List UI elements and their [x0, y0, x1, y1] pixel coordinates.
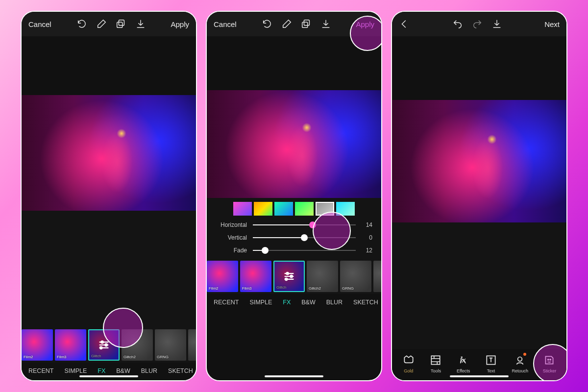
- download-icon[interactable]: [320, 19, 331, 29]
- filter-thumb-more[interactable]: [188, 329, 197, 361]
- filter-label: Film3: [242, 286, 252, 291]
- svg-rect-5: [304, 20, 309, 25]
- svg-rect-1: [117, 22, 122, 27]
- download-icon[interactable]: [491, 19, 502, 29]
- tool-label: Tools: [431, 368, 441, 373]
- phone-screen-2: Cancel Apply Horizontal 14 Vertical 0 Fa…: [206, 11, 382, 381]
- svg-rect-10: [432, 356, 440, 364]
- category-b&w[interactable]: B&W: [116, 368, 130, 374]
- category-fx[interactable]: FX: [283, 299, 291, 306]
- slider-horizontal[interactable]: Horizontal 14: [207, 219, 381, 231]
- phone-screen-3: Next GoldToolsfxEffectsTextRetouchSticke…: [391, 11, 567, 381]
- category-sketch[interactable]: SKETCH: [353, 299, 378, 306]
- redo-icon[interactable]: [472, 19, 483, 29]
- category-blur[interactable]: BLUR: [141, 368, 157, 374]
- tool-effects[interactable]: fxEffects: [457, 354, 470, 373]
- apply-button[interactable]: Apply: [171, 20, 189, 28]
- color-swatch-4[interactable]: [316, 202, 334, 216]
- filter-thumb-film3[interactable]: Film3: [240, 261, 271, 292]
- slider-vertical[interactable]: Vertical 0: [207, 231, 381, 244]
- layers-icon[interactable]: [116, 19, 126, 29]
- tool-label: Retouch: [512, 368, 529, 373]
- category-recent[interactable]: RECENT: [214, 299, 239, 306]
- slider-label: Vertical: [216, 234, 247, 241]
- category-row: RECENTSIMPLEFXB&WBLURSKETCHCO: [207, 294, 381, 312]
- cancel-button[interactable]: Cancel: [28, 20, 51, 28]
- next-button[interactable]: Next: [544, 20, 560, 28]
- eraser-icon[interactable]: [96, 19, 107, 29]
- gold-icon: [402, 354, 415, 367]
- filter-label: Glitch2: [309, 286, 321, 291]
- home-indicator: [265, 375, 323, 377]
- category-simple[interactable]: SIMPLE: [249, 299, 272, 306]
- svg-point-14: [548, 359, 549, 360]
- text-icon: [485, 354, 497, 367]
- category-b&w[interactable]: B&W: [301, 299, 315, 306]
- sticker-icon: [543, 354, 556, 367]
- color-swatch-0[interactable]: [233, 202, 252, 216]
- slider-track[interactable]: [253, 224, 356, 225]
- apply-button[interactable]: Apply: [356, 20, 374, 28]
- adjust-sliders-icon: [89, 330, 119, 360]
- category-blur[interactable]: BLUR: [326, 299, 343, 306]
- filter-thumb-grng[interactable]: GRNG: [340, 261, 371, 292]
- filter-strip: Film2Film3GlitchGlitch2GRNG: [22, 329, 196, 363]
- filter-thumb-grng[interactable]: GRNG: [155, 329, 186, 361]
- filter-thumb-film3[interactable]: Film3: [55, 329, 86, 361]
- slider-track[interactable]: [253, 250, 356, 251]
- category-row: RECENTSIMPLEFXB&WBLURSKETCHCO: [22, 363, 196, 380]
- tool-retouch[interactable]: Retouch: [512, 354, 529, 373]
- slider-label: Horizontal: [216, 221, 247, 228]
- color-swatch-5[interactable]: [336, 202, 355, 216]
- layers-icon[interactable]: [301, 19, 312, 29]
- slider-fade[interactable]: Fade 12: [207, 244, 381, 261]
- slider-value: 0: [362, 234, 372, 241]
- canvas-spacer: [392, 222, 566, 349]
- undo-icon[interactable]: [452, 19, 463, 29]
- tool-label: Effects: [457, 368, 470, 373]
- filter-thumb-film2[interactable]: Film2: [22, 329, 53, 361]
- tool-label: Gold: [404, 368, 413, 373]
- canvas-image[interactable]: [22, 95, 196, 211]
- filter-strip: Film2Film3GlitchGlitch2GRNG: [207, 261, 381, 294]
- filter-thumb-glitch2[interactable]: Glitch2: [122, 329, 153, 361]
- tools-icon: [429, 354, 442, 367]
- canvas-image[interactable]: [207, 90, 381, 198]
- category-recent[interactable]: RECENT: [28, 368, 53, 374]
- filter-thumb-glitch[interactable]: Glitch: [273, 261, 305, 292]
- color-swatch-2[interactable]: [274, 202, 293, 216]
- tool-label: Sticker: [543, 368, 557, 373]
- svg-point-2: [101, 341, 103, 343]
- tool-text[interactable]: Text: [485, 354, 497, 373]
- tool-tools[interactable]: Tools: [429, 354, 442, 373]
- tool-gold[interactable]: Gold: [402, 354, 415, 373]
- color-swatch-3[interactable]: [295, 202, 314, 216]
- color-swatch-1[interactable]: [254, 202, 272, 216]
- reset-icon[interactable]: [76, 19, 87, 29]
- category-fx[interactable]: FX: [98, 368, 105, 374]
- canvas-spacer: [22, 211, 196, 329]
- back-icon[interactable]: [399, 19, 410, 29]
- slider-label: Fade: [216, 247, 247, 254]
- filter-label: Film3: [57, 355, 67, 359]
- adjust-sliders-icon: [274, 262, 304, 291]
- filter-thumb-film2[interactable]: Film2: [207, 261, 238, 292]
- reset-icon[interactable]: [262, 19, 272, 29]
- category-simple[interactable]: SIMPLE: [64, 368, 87, 374]
- filter-thumb-more[interactable]: [373, 261, 382, 292]
- download-icon[interactable]: [135, 19, 146, 29]
- slider-value: 12: [362, 247, 372, 254]
- home-indicator: [450, 375, 509, 377]
- canvas-image[interactable]: [392, 100, 566, 222]
- tool-sticker[interactable]: Sticker: [543, 354, 557, 373]
- tool-label: Text: [487, 368, 495, 373]
- cancel-button[interactable]: Cancel: [214, 20, 237, 28]
- filter-thumb-glitch[interactable]: Glitch: [88, 329, 120, 361]
- filter-thumb-glitch2[interactable]: Glitch2: [307, 261, 338, 292]
- slider-track[interactable]: [253, 237, 356, 238]
- svg-point-13: [518, 357, 522, 362]
- svg-rect-0: [119, 20, 124, 25]
- category-sketch[interactable]: SKETCH: [168, 368, 193, 374]
- eraser-icon[interactable]: [281, 19, 292, 29]
- filter-label: Film2: [24, 355, 33, 359]
